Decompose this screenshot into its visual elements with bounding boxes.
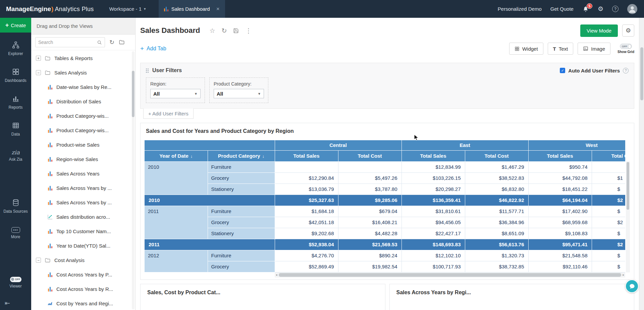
tree-item-sales-across-years-by[interactable]: Sales Across Years by ...: [31, 181, 135, 195]
tree-item-distribution-of-sales[interactable]: Distribution of Sales: [31, 94, 135, 109]
tree-item-top-10-customer-nam[interactable]: Top 10 Customer Nam...: [31, 224, 135, 239]
view-mode-button[interactable]: View Mode: [580, 24, 618, 37]
folder-toggle-icon[interactable]: [119, 39, 125, 45]
refresh-dashboard-icon[interactable]: ↻: [222, 27, 227, 35]
sort-descending-icon[interactable]: ↓: [262, 154, 265, 159]
sidebar-item-data[interactable]: Data: [0, 116, 31, 143]
col-header-product-category[interactable]: Product Category↓: [208, 150, 275, 161]
more-options-icon[interactable]: ⋮: [245, 27, 252, 35]
get-quote-link[interactable]: Get Quote: [550, 6, 574, 12]
sidebar-item-ask-zia[interactable]: ziaAsk Zia: [0, 143, 31, 169]
tree-item-sales-distribution-acro[interactable]: Sales distribution acro...: [31, 210, 135, 224]
expand-icon[interactable]: +: [36, 56, 41, 61]
sidebar-item-more[interactable]: •••More: [0, 220, 31, 247]
category-cell: Stationery: [208, 228, 275, 239]
col-header-total-sales[interactable]: Total Sales: [528, 150, 592, 161]
search-box[interactable]: [35, 37, 105, 47]
tab-sales-dashboard[interactable]: Sales Dashboard ×: [159, 0, 225, 18]
sidebar-item-dashboards[interactable]: Dashboards: [0, 62, 31, 89]
value-cell: [338, 161, 401, 172]
col-header-total-cost[interactable]: Total Cost: [592, 150, 625, 161]
refresh-views-icon[interactable]: ↻: [109, 39, 114, 46]
topbar-right: Personalized Demo Get Quote 5 ⚙ ?: [498, 4, 644, 14]
chat-support-button[interactable]: [625, 279, 639, 293]
tree-item-product-wise-sales[interactable]: Product-wise Sales: [31, 138, 135, 152]
table-row: Stationery$13,036.79$3,787.80$20,298.27$…: [145, 184, 625, 195]
tree-item-sales-across-years[interactable]: Sales Across Years: [31, 166, 135, 181]
sidebar-item-viewer[interactable]: OFFViewer: [0, 269, 31, 296]
search-input[interactable]: [38, 40, 95, 45]
value-cell: $4,482.28: [338, 228, 401, 239]
close-tab-icon[interactable]: ×: [216, 6, 220, 12]
auto-add-checkbox[interactable]: ✓: [560, 68, 565, 73]
toggle-off-icon[interactable]: OFF: [620, 44, 632, 49]
table-horizontal-scrollbar[interactable]: ◂ ▸: [275, 272, 625, 277]
settings-gear-icon[interactable]: ⚙: [598, 5, 603, 13]
value-cell: $31,810.61: [401, 206, 465, 217]
value-cell: $21,548.58: [528, 250, 592, 261]
col-header-total-sales[interactable]: Total Sales: [401, 150, 465, 161]
collapse-icon[interactable]: −: [36, 258, 41, 263]
tree-item-year-to-date-ytd-sal[interactable]: Year to Date(YTD) Sal...: [31, 239, 135, 253]
table-vertical-scrollbar-thumb[interactable]: [627, 162, 629, 210]
scroll-right-icon[interactable]: ▸: [623, 273, 624, 276]
tree-item-label: Top 10 Customer Nam...: [56, 228, 111, 234]
col-header-total-sales[interactable]: Total Sales: [275, 150, 338, 161]
tree-item-cost-by-years-and-regi[interactable]: Cost by Years and Regi...: [31, 296, 135, 310]
add-tab-button[interactable]: + Add Tab: [140, 45, 166, 52]
workspace-selector[interactable]: Workspace - 1 ▾: [109, 6, 146, 12]
create-button[interactable]: + Create: [0, 18, 31, 33]
sidebar-item-explorer[interactable]: Explorer: [0, 35, 31, 62]
tree-item-cost-across-years-by-p[interactable]: Cost Across Years by P...: [31, 267, 135, 282]
value-cell: $12,102.10: [401, 250, 465, 261]
table-vertical-scrollbar[interactable]: [626, 161, 630, 272]
tree-item-sales-across-years-by[interactable]: Sales Across Years by ...: [31, 195, 135, 210]
table-horizontal-scrollbar-thumb[interactable]: [279, 273, 622, 277]
bar-chart-icon: [47, 272, 53, 277]
tree-item-date-wise-sales-by-re[interactable]: Date-wise Sales by Re...: [31, 80, 135, 94]
value-cell: [275, 161, 338, 172]
notifications-button[interactable]: 5: [582, 6, 589, 12]
collapse-sidebar-button[interactable]: ⇤: [0, 296, 31, 310]
tree-folder-sales-analysis[interactable]: −Sales Analysis: [31, 65, 135, 80]
tree-folder-cost-analysis[interactable]: −Cost Analysis: [31, 253, 135, 267]
favorite-star-icon[interactable]: ☆: [210, 27, 215, 35]
col-header-year-of-date[interactable]: Year of Date↓: [145, 150, 208, 161]
page-scrollbar-thumb[interactable]: [640, 47, 643, 100]
widget-button[interactable]: Widget: [509, 43, 543, 55]
tree-item-product-category-wis[interactable]: Product Category-wis...: [31, 109, 135, 123]
col-header-total-cost[interactable]: Total Cost: [338, 150, 401, 161]
sidebar-item-reports[interactable]: Reports: [0, 89, 31, 116]
sidebar-item-label: Data Sources: [3, 209, 28, 214]
region-filter-select[interactable]: All ▼: [150, 89, 201, 98]
line-chart-icon: [47, 301, 53, 306]
collapse-icon[interactable]: −: [36, 70, 41, 75]
tree-scrollbar[interactable]: [132, 51, 135, 309]
add-user-filters-button[interactable]: + Add User Filters: [143, 108, 194, 119]
scroll-left-icon[interactable]: ◂: [276, 273, 277, 276]
chevron-down-icon: ▾: [144, 7, 146, 11]
text-button[interactable]: T Text: [548, 43, 574, 55]
help-icon[interactable]: ?: [623, 68, 629, 73]
page-scrollbar[interactable]: [639, 18, 644, 310]
avatar[interactable]: [627, 4, 637, 14]
tree-item-region-wise-sales[interactable]: Region-wise Sales: [31, 152, 135, 166]
value-cell: $1,320.73: [465, 250, 528, 261]
product-category-filter-select[interactable]: All ▼: [214, 89, 264, 98]
help-icon[interactable]: ?: [612, 6, 619, 12]
image-button[interactable]: Image: [578, 43, 610, 55]
tree-item-product-category-wis[interactable]: Product Category-wis...: [31, 123, 135, 138]
tree-folder-tables-reports[interactable]: +Tables & Reports: [31, 51, 135, 65]
bottom-reports-row: Sales, Cost by Product Cat... Sales Acro…: [140, 284, 634, 310]
dashboard-settings-button[interactable]: ⚙: [622, 24, 634, 37]
show-grid-toggle[interactable]: OFF Show Grid: [618, 44, 634, 54]
sidebar-item-data-sources[interactable]: Data Sources: [0, 193, 31, 220]
tree-item-cost-across-years-by-r[interactable]: Cost Across Years by R...: [31, 282, 135, 296]
save-icon[interactable]: [233, 28, 239, 34]
tree-scrollbar-thumb[interactable]: [132, 71, 135, 117]
sort-descending-icon[interactable]: ↓: [191, 154, 193, 159]
col-header-total-cost[interactable]: Total Cost: [465, 150, 528, 161]
value-cell: $25,327.63: [275, 195, 338, 206]
drag-handle-icon[interactable]: [146, 68, 147, 69]
personalized-demo-link[interactable]: Personalized Demo: [498, 6, 542, 12]
